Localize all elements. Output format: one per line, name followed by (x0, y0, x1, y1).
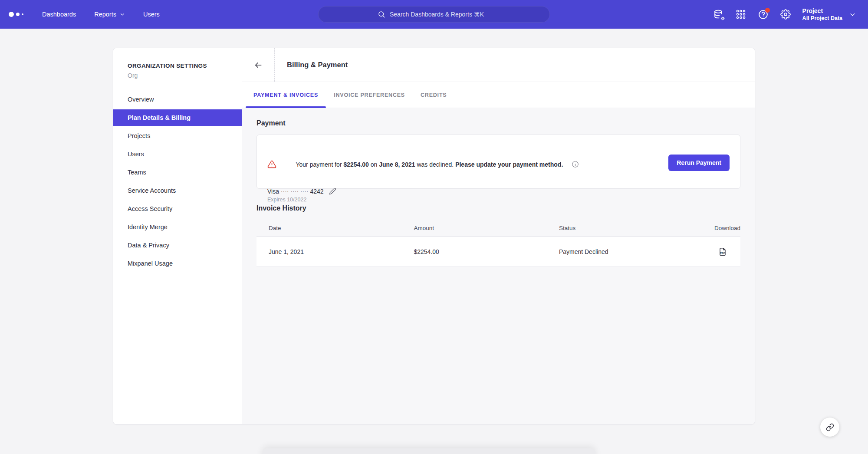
global-search[interactable] (318, 6, 550, 23)
invoice-date-cell: June 1, 2021 (256, 248, 414, 255)
nav-item-label: Users (143, 11, 160, 18)
alert-text-part: was declined. (415, 161, 456, 168)
search-icon (378, 10, 385, 18)
nav-item-users[interactable]: Users (143, 11, 160, 18)
copy-link-button[interactable] (820, 418, 839, 437)
navbar-right-actions: Project All Project Data (713, 7, 868, 22)
invoice-table: DateAmountStatusDownload June 1, 2021$22… (256, 220, 740, 267)
alert-text-part: June 8, 2021 (379, 161, 415, 168)
nav-items: DashboardsReportsUsers (42, 11, 178, 18)
page-title: Billing & Payment (287, 61, 348, 69)
sidebar-item-teams[interactable]: Teams (113, 164, 242, 181)
alert-text: Your payment for $2254.00 on June 8, 202… (296, 161, 563, 168)
card-expiry: Expires 10/2022 (267, 197, 595, 203)
org-name: Org (128, 72, 242, 79)
chevron-down-icon (849, 11, 856, 18)
payment-card: Your payment for $2254.00 on June 8, 202… (256, 135, 740, 189)
arrow-left-icon (254, 61, 263, 69)
sidebar-item-plan-details-billing[interactable]: Plan Details & Billing (113, 109, 242, 126)
rerun-payment-button[interactable]: Rerun Payment (668, 155, 730, 171)
chevron-down-icon (120, 12, 125, 17)
sidebar-item-overview[interactable]: Overview (113, 91, 242, 108)
project-switcher[interactable]: Project All Project Data (802, 7, 856, 22)
nav-item-reports[interactable]: Reports (94, 11, 125, 18)
alert-text-part: Your payment for (296, 161, 343, 168)
search-input[interactable] (390, 11, 490, 18)
column-header-status: Status (559, 225, 680, 231)
nav-item-label: Dashboards (42, 11, 76, 18)
data-management-icon[interactable] (713, 9, 724, 20)
sidebar-item-data-privacy[interactable]: Data & Privacy (113, 237, 242, 253)
sidebar-items: OverviewPlan Details & BillingProjectsUs… (113, 91, 242, 272)
bottom-sheet-edge (262, 448, 595, 454)
top-navbar: DashboardsReportsUsers (0, 0, 868, 29)
main-area: Billing & Payment PAYMENT & INVOICESINVO… (242, 48, 755, 424)
alert-text-part: Please update your payment method. (455, 161, 563, 168)
back-button[interactable] (242, 48, 275, 82)
info-icon[interactable] (572, 147, 595, 182)
edit-card-icon[interactable] (329, 188, 336, 195)
invoice-table-body: June 1, 2021$2254.00Payment DeclinedPDF (256, 237, 740, 267)
svg-text:PDF: PDF (720, 251, 725, 254)
invoice-history-section: Invoice History DateAmountStatusDownload… (256, 204, 740, 267)
page-header: Billing & Payment (242, 48, 755, 82)
column-header-amount: Amount (414, 225, 559, 231)
sidebar-item-identity-merge[interactable]: Identity Merge (113, 219, 242, 235)
invoice-download-cell: PDF (680, 247, 740, 257)
invoice-status-cell: Payment Declined (559, 248, 680, 255)
alert-text-part: $2254.00 (343, 161, 368, 168)
mini-gear-icon (720, 16, 726, 21)
invoice-amount-cell: $2254.00 (414, 248, 559, 255)
notification-badge (765, 8, 770, 13)
sidebar-item-service-accounts[interactable]: Service Accounts (113, 182, 242, 199)
sidebar-item-projects[interactable]: Projects (113, 128, 242, 144)
pdf-download-icon[interactable]: PDF (718, 247, 727, 257)
sidebar-title: ORGANIZATION SETTINGS (128, 63, 242, 69)
sidebar-item-mixpanel-usage[interactable]: Mixpanel Usage (113, 255, 242, 272)
invoice-history-title: Invoice History (256, 204, 740, 212)
warning-triangle-icon (267, 146, 291, 183)
card-on-file: Visa ···· ···· ···· 4242 (267, 188, 595, 195)
project-label: Project (802, 7, 842, 15)
column-header-date: Date (256, 225, 414, 231)
link-icon (826, 423, 834, 431)
mixpanel-logo-icon[interactable] (9, 12, 23, 17)
card-brand-and-number: Visa ···· ···· ···· 4242 (267, 188, 324, 195)
sidebar-item-access-security[interactable]: Access Security (113, 201, 242, 217)
column-header-download: Download (680, 225, 740, 231)
tab-credits[interactable]: CREDITS (413, 82, 454, 108)
payment-section-title: Payment (256, 119, 740, 127)
alert-text-part: on (369, 161, 379, 168)
sidebar-item-users[interactable]: Users (113, 146, 242, 162)
settings-sidebar: ORGANIZATION SETTINGS Org OverviewPlan D… (113, 48, 242, 424)
project-value: All Project Data (802, 15, 842, 22)
org-settings-panel: ORGANIZATION SETTINGS Org OverviewPlan D… (113, 48, 755, 424)
apps-grid-icon[interactable] (736, 9, 746, 20)
billing-tabs: PAYMENT & INVOICESINVOICE PREFERENCESCRE… (242, 82, 755, 108)
tab-content: Payment Your payment for $2254.00 on Jun… (242, 108, 755, 424)
nav-item-label: Reports (94, 11, 116, 18)
invoice-table-header: DateAmountStatusDownload (256, 220, 740, 237)
settings-gear-icon[interactable] (780, 9, 791, 20)
invoice-row: June 1, 2021$2254.00Payment DeclinedPDF (256, 237, 740, 267)
tab-invoice-preferences[interactable]: INVOICE PREFERENCES (326, 82, 413, 108)
nav-item-dashboards[interactable]: Dashboards (42, 11, 76, 18)
payment-declined-alert: Your payment for $2254.00 on June 8, 202… (267, 146, 595, 183)
tab-payment-invoices[interactable]: PAYMENT & INVOICES (246, 82, 326, 108)
help-icon[interactable] (758, 9, 769, 20)
